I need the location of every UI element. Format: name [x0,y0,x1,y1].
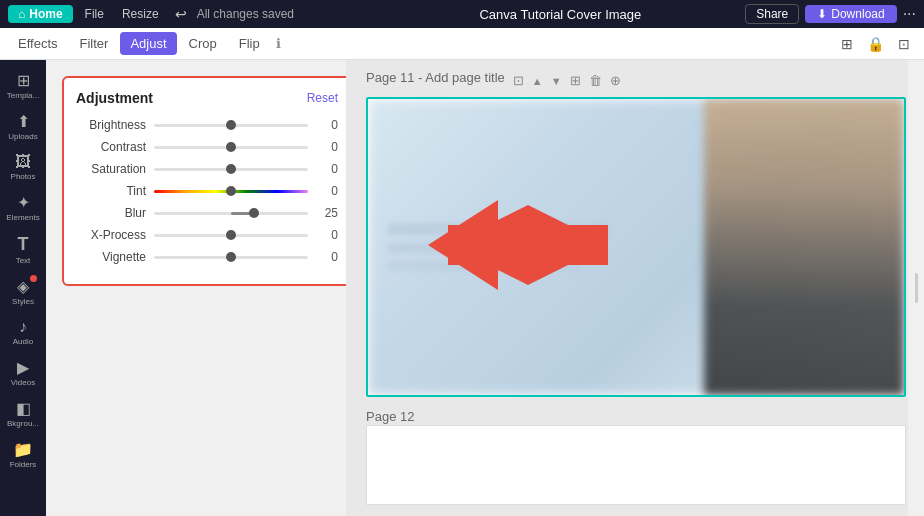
tint-value: 0 [316,184,338,198]
text-icon: T [18,234,29,255]
tint-thumb[interactable] [226,186,236,196]
sidebar-item-photos[interactable]: 🖼 Photos [3,148,43,186]
sidebar-item-uploads[interactable]: ⬆ Uploads [3,107,43,146]
grid-view-button[interactable]: ⊞ [835,32,859,56]
sidebar-label-background: Bkgrou... [7,419,39,428]
contrast-row: Contrast 0 [76,140,338,154]
tab-effects[interactable]: Effects [8,32,68,55]
contrast-label: Contrast [76,140,146,154]
blur-row: Blur 25 [76,206,338,220]
sidebar-label-styles: Styles [12,297,34,306]
top-navigation: ⌂ Home File Resize ↩ All changes saved C… [0,0,924,28]
panel-header: Adjustment Reset [76,90,338,106]
tint-label: Tint [76,184,146,198]
xprocess-row: X-Process 0 [76,228,338,242]
brightness-thumb[interactable] [226,120,236,130]
file-menu-button[interactable]: File [79,5,110,23]
blur-slider[interactable] [154,212,308,215]
xprocess-value: 0 [316,228,338,242]
page-add-icon[interactable]: ⊕ [610,73,621,88]
download-label: Download [831,7,884,21]
reset-button[interactable]: Reset [307,91,338,105]
home-icon: ⌂ [18,7,25,21]
document-title: Canva Tutorial Cover Image [382,7,740,22]
sidebar-label-photos: Photos [11,172,36,181]
page2-section: Page 12 [366,407,888,505]
tab-crop[interactable]: Crop [179,32,227,55]
tab-flip[interactable]: Flip [229,32,270,55]
left-sidebar: ⊞ Templa... ⬆ Uploads 🖼 Photos ✦ Element… [0,60,46,516]
canvas-person [704,99,904,395]
vignette-slider[interactable] [154,256,308,259]
canvas-frame-1[interactable] [366,97,906,397]
sidebar-item-templates[interactable]: ⊞ Templa... [3,66,43,105]
vignette-row: Vignette 0 [76,250,338,264]
page-delete-icon[interactable]: 🗑 [589,73,602,88]
tab-adjust[interactable]: Adjust [120,32,176,55]
sidebar-label-templates: Templa... [7,91,39,100]
share-button[interactable]: Share [745,4,799,24]
sidebar-label-videos: Videos [11,378,35,387]
page1-label: Page 11 - Add page title [366,70,505,85]
panel-title: Adjustment [76,90,153,106]
more-options-button[interactable]: ··· [903,5,916,23]
main-layout: ⊞ Templa... ⬆ Uploads 🖼 Photos ✦ Element… [0,60,924,516]
sidebar-item-folders[interactable]: 📁 Folders [3,435,43,474]
sidebar-label-elements: Elements [6,213,39,222]
lock2-button[interactable]: ⊡ [892,32,916,56]
lock-button[interactable]: 🔒 [861,32,890,56]
xprocess-slider[interactable] [154,234,308,237]
page1-header: Page 11 - Add page title ⊡ ▲ ▼ ⊞ 🗑 ⊕ [366,70,888,91]
brightness-slider[interactable] [154,124,308,127]
styles-icon: ◈ [17,277,29,296]
saturation-thumb[interactable] [226,164,236,174]
right-handle [908,60,924,516]
resize-button[interactable]: Resize [116,5,165,23]
saturation-slider[interactable] [154,168,308,171]
blur-thumb[interactable] [249,208,259,218]
page-down-icon[interactable]: ▼ [551,75,562,87]
sidebar-item-text[interactable]: T Text [3,229,43,270]
background-icon: ◧ [16,399,31,418]
download-button[interactable]: ⬇ Download [805,5,896,23]
page2-label: Page 12 [366,409,414,424]
sidebar-label-audio: Audio [13,337,33,346]
page-up-icon[interactable]: ▲ [532,75,543,87]
sidebar-item-styles[interactable]: ◈ Styles [3,272,43,311]
image-toolbar: Effects Filter Adjust Crop Flip ℹ ⊞ 🔒 ⊡ [0,28,924,60]
elements-icon: ✦ [17,193,30,212]
tint-slider[interactable] [154,190,308,193]
vignette-label: Vignette [76,250,146,264]
undo-button[interactable]: ↩ [171,4,191,24]
sidebar-item-background[interactable]: ◧ Bkgrou... [3,394,43,433]
folders-icon: 📁 [13,440,33,459]
contrast-slider[interactable] [154,146,308,149]
xprocess-thumb[interactable] [226,230,236,240]
vignette-thumb[interactable] [226,252,236,262]
contrast-thumb[interactable] [226,142,236,152]
saved-status: All changes saved [197,7,376,21]
photos-icon: 🖼 [15,153,31,171]
download-icon: ⬇ [817,7,827,21]
templates-icon: ⊞ [17,71,30,90]
vignette-value: 0 [316,250,338,264]
home-button[interactable]: ⌂ Home [8,5,73,23]
left-arrow-svg [428,200,608,290]
tint-row: Tint 0 [76,184,338,198]
audio-icon: ♪ [19,318,27,336]
sidebar-label-folders: Folders [10,460,37,469]
sidebar-item-videos[interactable]: ▶ Videos [3,353,43,392]
videos-icon: ▶ [17,358,29,377]
panel-container: Adjustment Reset Brightness 0 Contrast 0 [46,60,346,516]
notification-dot [30,275,37,282]
canvas-frame-2[interactable] [366,425,906,505]
page-menu-icon[interactable]: ⊡ [513,73,524,88]
saturation-label: Saturation [76,162,146,176]
tab-filter[interactable]: Filter [70,32,119,55]
left-arrow [428,200,608,294]
page-copy-icon[interactable]: ⊞ [570,73,581,88]
brightness-row: Brightness 0 [76,118,338,132]
sidebar-item-audio[interactable]: ♪ Audio [3,313,43,351]
contrast-value: 0 [316,140,338,154]
sidebar-item-elements[interactable]: ✦ Elements [3,188,43,227]
